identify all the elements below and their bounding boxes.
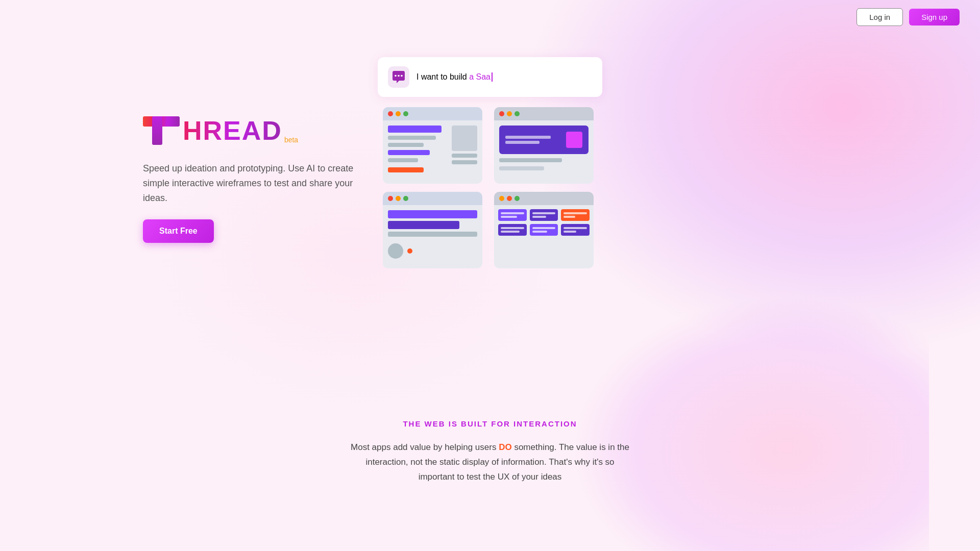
wf-bar-purple-2 — [388, 150, 430, 155]
wf-content-1 — [383, 120, 482, 178]
wf-gray-line-2 — [499, 158, 562, 162]
wf-mini-line-2 — [501, 216, 517, 218]
login-button[interactable]: Log in — [856, 8, 903, 26]
svg-point-1 — [395, 75, 397, 77]
logo-text: HREAD — [183, 115, 282, 146]
wf-dot-green-1 — [403, 111, 408, 116]
wf-gray-rect-3 — [388, 232, 477, 237]
wireframes-grid — [383, 107, 597, 268]
wf-right-bar-1 — [452, 154, 477, 158]
section-body: Most apps add value by helping users DO … — [347, 440, 633, 485]
wf-dot-green-4 — [514, 196, 520, 201]
wf-dot-accent-3 — [407, 248, 412, 254]
chat-text: I want to build a Saa — [416, 72, 493, 82]
wf-pink-square — [566, 132, 582, 148]
wf-dot-orange-1 — [396, 111, 401, 116]
section-body-prefix: Most apps add value by helping users — [351, 442, 499, 452]
wf-purple-box-2 — [499, 126, 589, 154]
wf-purple-lines-2 — [505, 136, 562, 144]
chat-prompt: I want to build a Saa — [378, 57, 602, 97]
wf-mini-line-8 — [501, 231, 520, 233]
wf-mini-line-12 — [564, 231, 576, 233]
wf-titlebar-3 — [383, 192, 482, 205]
logo-t-icon — [143, 112, 180, 149]
wf-bar-gray-3 — [388, 158, 418, 162]
wireframe-card-1 — [383, 107, 482, 184]
section-do-text: DO — [499, 442, 512, 452]
hero-section: HREAD beta Speed up ideation and prototy… — [143, 112, 357, 243]
wf-dot-green-3 — [403, 196, 408, 201]
wf-dot-red-2 — [499, 111, 504, 116]
wf-dot-orange-3 — [396, 196, 401, 201]
wf-mini-line-3 — [532, 212, 556, 214]
wf-dot-green-2 — [514, 111, 520, 116]
wf-mini-line-11 — [564, 227, 587, 229]
signup-button[interactable]: Sign up — [909, 9, 960, 26]
wf-bar-gray-1 — [388, 136, 436, 140]
logo-beta: beta — [284, 136, 298, 144]
svg-point-2 — [398, 75, 400, 77]
chat-icon — [388, 66, 409, 88]
wf-dot-orange-4 — [499, 196, 504, 201]
interaction-section: THE WEB IS BUILT FOR INTERACTION Most ap… — [0, 419, 980, 485]
wireframe-card-2 — [494, 107, 594, 184]
wf-circle-3 — [388, 243, 403, 259]
wireframe-card-4 — [494, 192, 594, 268]
wf-content-2 — [494, 120, 594, 176]
wf-bar-purple-1 — [388, 126, 442, 133]
wf-mini-line-4 — [532, 216, 546, 218]
wireframe-card-3 — [383, 192, 482, 268]
wf-content-4 — [494, 205, 594, 240]
wf-titlebar-2 — [494, 107, 594, 120]
header: Log in Sign up — [836, 0, 980, 34]
wf-titlebar-1 — [383, 107, 482, 120]
svg-point-3 — [401, 75, 403, 77]
wf-pline-1 — [505, 136, 551, 139]
logo-vertical-bar — [152, 116, 162, 145]
wf-block-1 — [498, 209, 527, 221]
wf-mini-line-1 — [501, 212, 524, 214]
chat-cursor — [492, 72, 493, 82]
chat-highlight: a Saa — [469, 72, 491, 81]
wf-mini-line-9 — [532, 227, 556, 229]
wf-right-col-1 — [452, 126, 477, 172]
wf-accent-bar-1 — [388, 167, 424, 172]
wf-mini-line-5 — [564, 212, 587, 214]
wf-block-5 — [530, 224, 558, 236]
wf-titlebar-4 — [494, 192, 594, 205]
wf-dot-red-1 — [388, 111, 393, 116]
wf-gray-line-2b — [499, 166, 544, 170]
hero-description: Speed up ideation and prototyping. Use A… — [143, 161, 357, 205]
wf-bar-gray-2 — [388, 143, 424, 147]
wf-dot-red-4 — [507, 196, 512, 201]
wf-purple-rect-1 — [388, 210, 477, 218]
wf-block-3 — [561, 209, 590, 221]
section-title: THE WEB IS BUILT FOR INTERACTION — [0, 419, 980, 428]
wf-pline-2 — [505, 141, 540, 144]
wf-left-col-1 — [388, 126, 448, 172]
wf-dot-red-3 — [388, 196, 393, 201]
wf-purple-rect-2 — [388, 221, 459, 229]
wf-block-4 — [498, 224, 527, 236]
wf-right-bar-2 — [452, 160, 477, 164]
wf-right-image — [452, 126, 477, 151]
wf-left-main-3 — [388, 210, 477, 259]
wf-dot-orange-2 — [507, 111, 512, 116]
start-free-button[interactable]: Start Free — [143, 219, 214, 243]
wf-mini-line-6 — [564, 216, 575, 218]
wf-bottom-row-3 — [388, 241, 477, 259]
chat-prompt-text: I want to build — [416, 72, 469, 81]
wf-block-6 — [561, 224, 590, 236]
wf-mini-line-10 — [532, 231, 548, 233]
wf-block-2 — [530, 209, 558, 221]
wf-content-3 — [383, 205, 482, 264]
wf-mini-line-7 — [501, 227, 524, 229]
logo-container: HREAD beta — [143, 112, 357, 149]
